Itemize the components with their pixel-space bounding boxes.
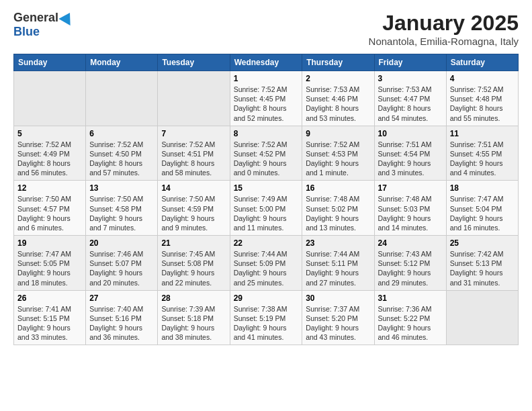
day-info: Sunrise: 7:51 AM Sunset: 4:55 PM Dayligh… — [450, 140, 515, 178]
day-info: Sunrise: 7:52 AM Sunset: 4:48 PM Dayligh… — [450, 85, 515, 123]
day-number: 15 — [234, 183, 299, 193]
table-row — [446, 290, 518, 345]
header-thursday: Thursday — [302, 54, 374, 71]
table-row: 10Sunrise: 7:51 AM Sunset: 4:54 PM Dayli… — [374, 126, 446, 181]
table-row: 27Sunrise: 7:40 AM Sunset: 5:16 PM Dayli… — [86, 290, 158, 345]
day-info: Sunrise: 7:50 AM Sunset: 4:58 PM Dayligh… — [89, 194, 154, 232]
day-info: Sunrise: 7:52 AM Sunset: 4:50 PM Dayligh… — [89, 140, 154, 178]
table-row: 14Sunrise: 7:50 AM Sunset: 4:59 PM Dayli… — [158, 181, 230, 236]
day-number: 30 — [306, 293, 370, 303]
header-saturday: Saturday — [446, 54, 518, 71]
title-block: January 2025 Nonantola, Emilia-Romagna, … — [369, 11, 519, 47]
logo-blue-text: Blue — [13, 25, 40, 39]
day-number: 11 — [450, 129, 515, 138]
day-info: Sunrise: 7:44 AM Sunset: 5:09 PM Dayligh… — [234, 249, 299, 287]
calendar-subtitle: Nonantola, Emilia-Romagna, Italy — [369, 36, 519, 47]
day-number: 7 — [161, 129, 226, 138]
table-row: 29Sunrise: 7:38 AM Sunset: 5:19 PM Dayli… — [230, 290, 302, 345]
table-row: 16Sunrise: 7:48 AM Sunset: 5:02 PM Dayli… — [302, 181, 374, 236]
table-row: 30Sunrise: 7:37 AM Sunset: 5:20 PM Dayli… — [302, 290, 374, 345]
calendar-table: Sunday Monday Tuesday Wednesday Thursday… — [13, 54, 519, 345]
day-number: 19 — [17, 238, 82, 248]
day-number: 10 — [378, 129, 443, 138]
day-info: Sunrise: 7:48 AM Sunset: 5:02 PM Dayligh… — [306, 194, 370, 232]
day-info: Sunrise: 7:52 AM Sunset: 4:49 PM Dayligh… — [17, 140, 82, 178]
day-number: 24 — [378, 238, 443, 248]
table-row: 25Sunrise: 7:42 AM Sunset: 5:13 PM Dayli… — [446, 236, 518, 291]
day-number: 6 — [89, 129, 154, 138]
table-row: 20Sunrise: 7:46 AM Sunset: 5:07 PM Dayli… — [86, 236, 158, 291]
day-info: Sunrise: 7:53 AM Sunset: 4:46 PM Dayligh… — [306, 85, 370, 123]
day-info: Sunrise: 7:48 AM Sunset: 5:03 PM Dayligh… — [378, 194, 443, 232]
header-sunday: Sunday — [14, 54, 86, 71]
table-row — [86, 71, 158, 126]
logo-general-text: General — [13, 11, 58, 25]
table-row: 31Sunrise: 7:36 AM Sunset: 5:22 PM Dayli… — [374, 290, 446, 345]
day-info: Sunrise: 7:36 AM Sunset: 5:22 PM Dayligh… — [378, 304, 443, 342]
table-row — [158, 71, 230, 126]
day-number: 1 — [234, 74, 299, 83]
table-row: 28Sunrise: 7:39 AM Sunset: 5:18 PM Dayli… — [158, 290, 230, 345]
day-info: Sunrise: 7:44 AM Sunset: 5:11 PM Dayligh… — [306, 249, 370, 287]
day-info: Sunrise: 7:53 AM Sunset: 4:47 PM Dayligh… — [378, 85, 443, 123]
calendar-week-row: 26Sunrise: 7:41 AM Sunset: 5:15 PM Dayli… — [14, 290, 519, 345]
calendar-week-row: 5Sunrise: 7:52 AM Sunset: 4:49 PM Daylig… — [14, 126, 519, 181]
header: General Blue January 2025 Nonantola, Emi… — [13, 11, 519, 47]
day-number: 2 — [306, 74, 370, 83]
day-info: Sunrise: 7:52 AM Sunset: 4:51 PM Dayligh… — [161, 140, 226, 178]
day-number: 26 — [17, 293, 82, 303]
table-row: 6Sunrise: 7:52 AM Sunset: 4:50 PM Daylig… — [86, 126, 158, 181]
table-row: 23Sunrise: 7:44 AM Sunset: 5:11 PM Dayli… — [302, 236, 374, 291]
day-number: 29 — [234, 293, 299, 303]
day-info: Sunrise: 7:37 AM Sunset: 5:20 PM Dayligh… — [306, 304, 370, 342]
day-number: 13 — [89, 183, 154, 193]
day-info: Sunrise: 7:52 AM Sunset: 4:52 PM Dayligh… — [234, 140, 299, 178]
day-info: Sunrise: 7:39 AM Sunset: 5:18 PM Dayligh… — [161, 304, 226, 342]
table-row: 13Sunrise: 7:50 AM Sunset: 4:58 PM Dayli… — [86, 181, 158, 236]
day-info: Sunrise: 7:40 AM Sunset: 5:16 PM Dayligh… — [89, 304, 154, 342]
day-number: 21 — [161, 238, 226, 248]
day-info: Sunrise: 7:52 AM Sunset: 4:53 PM Dayligh… — [306, 140, 370, 178]
day-info: Sunrise: 7:38 AM Sunset: 5:19 PM Dayligh… — [234, 304, 299, 342]
header-wednesday: Wednesday — [230, 54, 302, 71]
calendar-title: January 2025 — [369, 11, 519, 36]
calendar-header-row: Sunday Monday Tuesday Wednesday Thursday… — [14, 54, 519, 71]
day-info: Sunrise: 7:52 AM Sunset: 4:45 PM Dayligh… — [234, 85, 299, 123]
day-number: 18 — [450, 183, 515, 193]
day-number: 9 — [306, 129, 370, 138]
day-number: 5 — [17, 129, 82, 138]
table-row: 5Sunrise: 7:52 AM Sunset: 4:49 PM Daylig… — [14, 126, 86, 181]
day-info: Sunrise: 7:47 AM Sunset: 5:05 PM Dayligh… — [17, 249, 82, 287]
day-info: Sunrise: 7:42 AM Sunset: 5:13 PM Dayligh… — [450, 249, 515, 287]
calendar-week-row: 1Sunrise: 7:52 AM Sunset: 4:45 PM Daylig… — [14, 71, 519, 126]
day-number: 17 — [378, 183, 443, 193]
page: General Blue January 2025 Nonantola, Emi… — [0, 0, 532, 352]
day-info: Sunrise: 7:47 AM Sunset: 5:04 PM Dayligh… — [450, 194, 515, 232]
day-number: 3 — [378, 74, 443, 83]
table-row: 24Sunrise: 7:43 AM Sunset: 5:12 PM Dayli… — [374, 236, 446, 291]
day-info: Sunrise: 7:49 AM Sunset: 5:00 PM Dayligh… — [234, 194, 299, 232]
table-row: 18Sunrise: 7:47 AM Sunset: 5:04 PM Dayli… — [446, 181, 518, 236]
header-monday: Monday — [86, 54, 158, 71]
day-number: 20 — [89, 238, 154, 248]
table-row: 9Sunrise: 7:52 AM Sunset: 4:53 PM Daylig… — [302, 126, 374, 181]
table-row: 21Sunrise: 7:45 AM Sunset: 5:08 PM Dayli… — [158, 236, 230, 291]
table-row: 2Sunrise: 7:53 AM Sunset: 4:46 PM Daylig… — [302, 71, 374, 126]
table-row: 12Sunrise: 7:50 AM Sunset: 4:57 PM Dayli… — [14, 181, 86, 236]
day-info: Sunrise: 7:50 AM Sunset: 4:59 PM Dayligh… — [161, 194, 226, 232]
table-row: 4Sunrise: 7:52 AM Sunset: 4:48 PM Daylig… — [446, 71, 518, 126]
logo-triangle-icon — [58, 9, 75, 26]
day-number: 16 — [306, 183, 370, 193]
header-tuesday: Tuesday — [158, 54, 230, 71]
day-number: 31 — [378, 293, 443, 303]
day-number: 28 — [161, 293, 226, 303]
table-row: 22Sunrise: 7:44 AM Sunset: 5:09 PM Dayli… — [230, 236, 302, 291]
day-number: 27 — [89, 293, 154, 303]
day-number: 23 — [306, 238, 370, 248]
day-number: 14 — [161, 183, 226, 193]
day-info: Sunrise: 7:41 AM Sunset: 5:15 PM Dayligh… — [17, 304, 82, 342]
day-info: Sunrise: 7:45 AM Sunset: 5:08 PM Dayligh… — [161, 249, 226, 287]
day-number: 12 — [17, 183, 82, 193]
table-row: 26Sunrise: 7:41 AM Sunset: 5:15 PM Dayli… — [14, 290, 86, 345]
table-row: 8Sunrise: 7:52 AM Sunset: 4:52 PM Daylig… — [230, 126, 302, 181]
